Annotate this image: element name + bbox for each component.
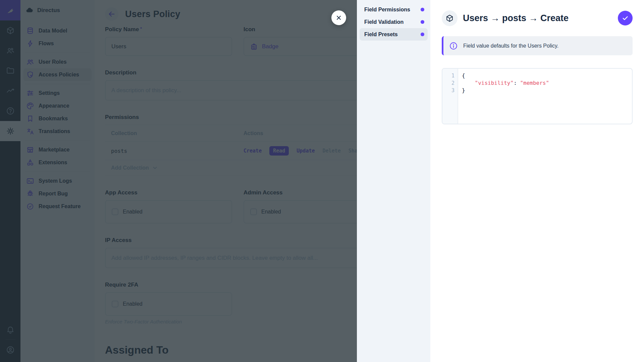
save-button[interactable] — [618, 11, 633, 25]
check-icon — [622, 14, 629, 22]
tab-field-permissions[interactable]: Field Permissions — [360, 3, 428, 16]
line-number-gutter: 1 2 3 — [442, 69, 458, 124]
close-icon — [335, 14, 342, 21]
cube-icon — [445, 14, 454, 22]
status-dot — [421, 20, 424, 24]
line-number: 2 — [442, 79, 454, 87]
code-editor: 1 2 3 { "visibility": "members" } — [442, 68, 633, 124]
code-content[interactable]: { "visibility": "members" } — [458, 69, 632, 124]
tab-field-validation[interactable]: Field Validation — [360, 16, 428, 28]
close-drawer-button[interactable] — [331, 10, 346, 25]
drawer-panel: Users → posts → Create Field value defau… — [430, 0, 644, 362]
code-line: } — [462, 87, 632, 94]
info-banner: Field value defaults for the Users Polic… — [442, 36, 633, 55]
drawer-tab-sidebar: Field Permissions Field Validation Field… — [357, 0, 430, 362]
status-dot — [421, 8, 424, 11]
info-banner-text: Field value defaults for the Users Polic… — [463, 43, 558, 49]
drawer-header-icon-circle — [442, 10, 458, 26]
drawer-header: Users → posts → Create — [442, 10, 633, 26]
status-dot — [421, 33, 424, 36]
line-number: 3 — [442, 87, 454, 94]
drawer-title: Users → posts → Create — [463, 13, 569, 23]
code-line: { — [462, 72, 632, 79]
line-number: 1 — [442, 72, 454, 79]
code-line: "visibility": "members" — [462, 79, 632, 87]
app-window: Directus Data Model Flows User Roles — [0, 0, 644, 362]
tab-field-presets[interactable]: Field Presets — [360, 28, 428, 41]
modal-overlay[interactable] — [0, 0, 357, 362]
info-icon — [449, 42, 458, 50]
